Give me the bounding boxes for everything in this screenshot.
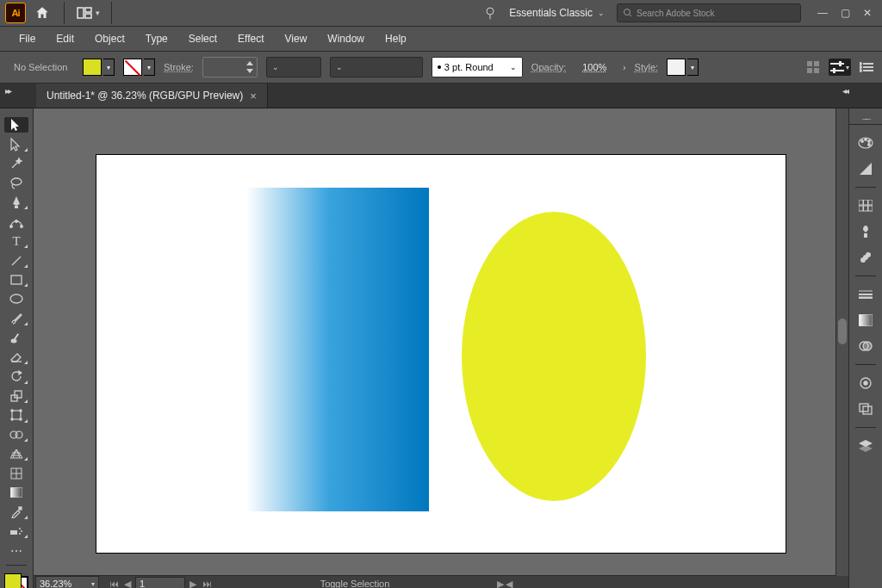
search-help-icon[interactable]	[480, 3, 500, 23]
yellow-ellipse[interactable]	[462, 212, 646, 501]
opacity-label[interactable]: Opacity:	[531, 62, 566, 72]
brushes-panel-icon[interactable]	[854, 220, 878, 243]
variable-width-profile-combo[interactable]: ⌄	[330, 57, 423, 77]
menu-view[interactable]: View	[276, 29, 316, 48]
nav-prev[interactable]: ◀	[121, 578, 134, 588]
stock-search-input[interactable]: Search Adobe Stock	[617, 3, 801, 22]
lasso-tool[interactable]	[4, 175, 28, 190]
opacity-value[interactable]: 100%	[575, 59, 614, 75]
gradient-panel-icon[interactable]	[854, 309, 878, 331]
appearance-panel-icon[interactable]	[854, 372, 878, 394]
canvas-viewport[interactable]: ⌃ 36.23% ▾ ⏮ ◀ 1 ▶ ⏭ Toggle Selection ▶	[34, 108, 848, 588]
hscroll-left[interactable]: ◀	[506, 579, 512, 589]
svg-point-27	[21, 225, 23, 227]
pen-tool[interactable]	[4, 195, 28, 210]
fill-swatch[interactable]	[83, 59, 102, 76]
fill-swatch-tool[interactable]	[4, 573, 22, 588]
magic-wand-tool[interactable]	[4, 156, 28, 171]
brush-definition-combo[interactable]: 3 pt. Round ⌄	[432, 57, 523, 77]
type-tool[interactable]: T	[4, 233, 28, 249]
menu-help[interactable]: Help	[376, 29, 415, 48]
stroke-dropdown[interactable]: ▾	[144, 59, 155, 76]
graphic-style-control[interactable]: ▾	[667, 59, 699, 76]
style-label: Style:	[635, 62, 659, 72]
gradient-tool[interactable]	[4, 485, 28, 500]
rotate-tool[interactable]	[4, 368, 28, 384]
graphic-styles-panel-icon[interactable]	[854, 398, 878, 420]
color-guide-panel-icon[interactable]	[854, 158, 878, 180]
artboard-number-field[interactable]: 1	[135, 577, 185, 588]
svg-point-39	[11, 410, 13, 412]
curvature-tool[interactable]	[4, 214, 28, 229]
graphic-style-dropdown[interactable]: ▾	[687, 59, 699, 76]
expand-panels-right-icon[interactable]: ◂◂	[842, 86, 848, 96]
stroke-swatch-none[interactable]	[123, 59, 142, 76]
home-button[interactable]	[31, 2, 53, 24]
paintbrush-tool[interactable]	[4, 311, 28, 326]
zoom-level-combo[interactable]: 36.23% ▾	[35, 576, 99, 588]
menu-object[interactable]: Object	[86, 29, 134, 48]
vertical-scrollbar[interactable]	[835, 108, 848, 576]
menu-edit[interactable]: Edit	[47, 29, 83, 48]
menu-file[interactable]: File	[10, 29, 44, 48]
opacity-flyout[interactable]: ›	[623, 63, 625, 72]
nav-first[interactable]: ⏮	[108, 578, 120, 588]
menu-select[interactable]: Select	[180, 29, 226, 48]
menu-window[interactable]: Window	[319, 29, 373, 48]
stroke-control[interactable]: ▾	[123, 59, 155, 76]
symbol-sprayer-tool[interactable]	[4, 523, 28, 539]
artboard[interactable]	[96, 155, 786, 553]
layers-panel-icon[interactable]	[854, 435, 878, 457]
stroke-weight-combo[interactable]: ⌄	[266, 57, 321, 77]
preferences-icon[interactable]: ▾	[829, 59, 851, 76]
stroke-weight-stepper[interactable]	[202, 57, 258, 77]
toolbox: T	[0, 108, 34, 588]
stroke-panel-icon[interactable]	[854, 283, 878, 306]
minimize-button[interactable]: —	[817, 7, 829, 19]
nav-last[interactable]: ⏭	[201, 578, 213, 588]
nav-next[interactable]: ▶	[187, 578, 199, 588]
eraser-tool[interactable]	[4, 350, 28, 365]
fill-control[interactable]: ▾	[83, 59, 115, 76]
hscroll-right[interactable]: ▶	[497, 579, 504, 589]
control-bar: No Selection ▾ ▾ Stroke: ⌄ ⌄ 3 pt. Round…	[0, 52, 882, 84]
blob-brush-tool[interactable]	[4, 330, 28, 345]
svg-marker-7	[246, 61, 253, 65]
svg-point-72	[864, 381, 867, 385]
menu-type[interactable]: Type	[137, 29, 177, 48]
stroke-label[interactable]: Stroke:	[164, 62, 194, 72]
document-setup-icon[interactable]	[806, 60, 820, 74]
scale-tool[interactable]	[4, 388, 28, 404]
line-tool[interactable]	[4, 252, 28, 268]
color-panel-icon[interactable]	[854, 132, 878, 154]
menu-bar: File Edit Object Type Select Effect View…	[0, 27, 882, 52]
arrange-documents-button[interactable]: ▾	[64, 2, 112, 24]
panel-menu-icon[interactable]	[860, 62, 873, 72]
dock-grip-icon[interactable]: ┈┈	[849, 114, 882, 125]
workspace-switcher[interactable]: Essentials Classic ⌄	[504, 3, 610, 22]
symbols-panel-icon[interactable]	[854, 246, 878, 269]
free-transform-tool[interactable]	[4, 407, 28, 423]
maximize-button[interactable]: ▢	[839, 7, 851, 19]
more-tools[interactable]: ⋯	[4, 542, 28, 558]
graphic-style-swatch[interactable]	[667, 59, 686, 76]
menu-effect[interactable]: Effect	[229, 29, 272, 48]
close-button[interactable]: ✕	[861, 7, 873, 19]
direct-selection-tool[interactable]	[4, 136, 28, 152]
document-tab[interactable]: Untitled-1* @ 36.23% (RGB/GPU Preview) ×	[36, 84, 268, 108]
svg-point-22	[860, 70, 861, 71]
swatches-panel-icon[interactable]	[854, 195, 878, 217]
rectangle-tool[interactable]	[4, 272, 28, 288]
shape-builder-tool[interactable]	[4, 427, 28, 443]
selection-tool[interactable]	[4, 117, 28, 133]
gradient-rectangle[interactable]	[246, 188, 429, 511]
fill-stroke-control[interactable]	[4, 573, 28, 588]
mesh-tool[interactable]	[4, 465, 28, 480]
expand-panels-left-icon[interactable]: ▸▸	[5, 86, 10, 96]
eyedropper-tool[interactable]	[4, 504, 28, 519]
tab-close-button[interactable]: ×	[250, 90, 257, 102]
transparency-panel-icon[interactable]	[854, 335, 878, 357]
fill-dropdown[interactable]: ▾	[103, 59, 115, 76]
perspective-grid-tool[interactable]	[4, 446, 28, 461]
ellipse-tool[interactable]	[4, 291, 28, 306]
